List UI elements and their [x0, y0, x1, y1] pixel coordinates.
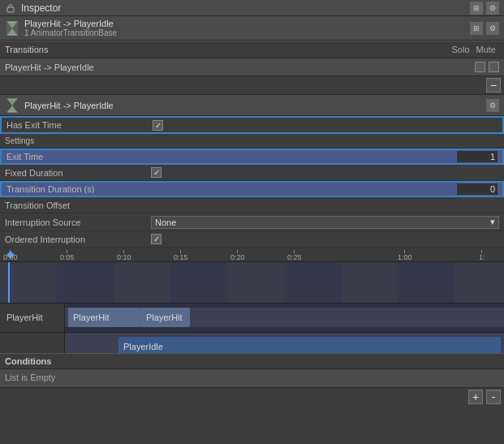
sub-header-title: PlayerHit -> PlayerIdle	[24, 19, 117, 28]
ordered-interruption-row: Ordered Interruption	[0, 231, 504, 248]
anim-bars-1: PlayerHit PlayerHit	[65, 308, 504, 327]
settings-label: Settings	[5, 136, 34, 145]
solo-label: Solo	[452, 45, 470, 54]
transition-duration-row: Transition Duration (s)	[0, 181, 504, 197]
sub-header-left: PlayerHit -> PlayerIdle 1 AnimatorTransi…	[5, 19, 117, 37]
title-bar-left: Inspector	[5, 2, 61, 14]
exit-time-label: Exit Time	[6, 152, 153, 162]
title-bar-right: ⊞ ⚙	[470, 2, 499, 15]
exit-time-input[interactable]	[457, 151, 498, 162]
sub-header-subtitle: 1 AnimatorTransitionBase	[24, 28, 117, 37]
transition-offset-row: Transition Offset	[0, 197, 504, 213]
ordered-interruption-label: Ordered Interruption	[5, 235, 151, 244]
transitions-label: Transitions	[5, 45, 452, 54]
player-hit-bar2-label: PlayerHit	[146, 313, 183, 322]
solo-checkbox[interactable]	[475, 62, 485, 72]
anim-bars-2: PlayerIdle	[65, 333, 504, 354]
interruption-source-label: Interruption Source	[5, 218, 151, 227]
timeline-animations: PlayerHit PlayerHit PlayerHit PlayerIdle	[0, 303, 504, 353]
transitions-header-cols: Transitions Solo Mute	[5, 45, 499, 54]
transition-detail-label: PlayerHit -> PlayerIdle	[24, 101, 114, 110]
ruler-0-10: 0:10	[117, 250, 131, 261]
anim-row-1: PlayerHit PlayerHit PlayerHit	[0, 304, 504, 333]
player-idle-bar[interactable]: PlayerIdle	[118, 337, 501, 353]
conditions-label: Conditions	[5, 356, 51, 366]
ruler-0-20: 0:20	[230, 250, 245, 261]
settings-header: Settings	[0, 134, 504, 149]
timeline-playhead	[8, 262, 10, 303]
remove-condition-button[interactable]: -	[486, 390, 501, 404]
minus-row: −	[0, 76, 504, 95]
has-exit-time-value	[153, 120, 498, 131]
title-bar: Inspector ⊞ ⚙	[0, 0, 504, 16]
transition-duration-input[interactable]	[457, 183, 498, 195]
ruler-0-00: 0:00	[3, 250, 18, 261]
interruption-source-value: None	[155, 218, 176, 227]
svg-marker-7	[7, 106, 17, 112]
fixed-duration-value	[151, 167, 499, 178]
ruler-0-15: 0:15	[174, 250, 188, 261]
transitions-section-header: Transitions Solo Mute	[0, 41, 504, 58]
timeline-track-area[interactable]	[0, 262, 504, 303]
interruption-source-row: Interruption Source None ▾	[0, 213, 504, 231]
transition-detail-icon	[5, 97, 19, 114]
transition-settings-icon[interactable]: ⚙	[486, 99, 499, 112]
ruler-1-00: 1:00	[398, 250, 412, 261]
transitions-header-right: Solo Mute	[452, 45, 497, 54]
anim-label-2	[0, 333, 65, 354]
conditions-empty-text: List is Empty	[5, 373, 55, 382]
ruler-1-x: 1:	[479, 250, 485, 261]
animator-icon	[5, 20, 19, 37]
player-idle-bar-label: PlayerIdle	[123, 342, 163, 351]
sub-header: PlayerHit -> PlayerIdle 1 AnimatorTransi…	[0, 16, 504, 41]
lock-icon[interactable]	[5, 2, 16, 14]
has-exit-time-row: Has Exit Time	[0, 116, 504, 134]
ruler-0-25: 0:25	[287, 250, 302, 261]
svg-rect-0	[7, 7, 14, 12]
fixed-duration-checkbox[interactable]	[151, 167, 162, 178]
interruption-source-dropdown-wrapper: None ▾	[151, 216, 499, 229]
transition-row-right	[475, 62, 499, 72]
remove-transition-button[interactable]: −	[486, 78, 501, 93]
conditions-header: Conditions	[0, 353, 504, 369]
conditions-footer: + -	[0, 387, 504, 406]
anim-label-1-text: PlayerHit	[6, 313, 43, 322]
sub-expand-icon[interactable]: ⊞	[470, 22, 483, 35]
has-exit-time-label: Has Exit Time	[6, 120, 153, 130]
ordered-interruption-checkbox[interactable]	[151, 234, 162, 244]
transition-duration-value	[153, 183, 498, 195]
sub-settings-icon[interactable]: ⚙	[486, 22, 499, 35]
ordered-interruption-value	[151, 234, 499, 244]
sub-header-right: ⊞ ⚙	[470, 22, 499, 35]
fixed-duration-label: Fixed Duration	[5, 168, 151, 178]
transition-duration-label: Transition Duration (s)	[6, 184, 153, 194]
svg-marker-6	[7, 99, 17, 106]
interruption-source-dropdown[interactable]: None ▾	[151, 216, 499, 229]
exit-time-row: Exit Time	[0, 149, 504, 165]
anim-row-2: PlayerIdle	[0, 333, 504, 354]
player-hit-bar2[interactable]: PlayerHit	[141, 308, 190, 327]
exit-time-value	[153, 151, 498, 162]
inspector-title: Inspector	[21, 2, 61, 14]
player-hit-bar1[interactable]: PlayerHit	[68, 308, 141, 327]
mute-checkbox[interactable]	[489, 62, 499, 72]
transition-row-label: PlayerHit -> PlayerIdle	[5, 63, 94, 72]
timeline-container: 0:00 0:05 0:10 0:15 0:20 0:25	[0, 248, 504, 353]
track-stripes	[0, 262, 504, 303]
timeline-ruler: 0:00 0:05 0:10 0:15 0:20 0:25	[0, 248, 504, 262]
transition-row[interactable]: PlayerHit -> PlayerIdle	[0, 58, 504, 76]
fixed-duration-row: Fixed Duration	[0, 165, 504, 181]
sub-header-titles: PlayerHit -> PlayerIdle 1 AnimatorTransi…	[24, 19, 117, 37]
has-exit-time-checkbox[interactable]	[153, 120, 163, 131]
expand-icon[interactable]: ⊞	[470, 2, 483, 15]
dropdown-arrow-icon: ▾	[490, 217, 495, 227]
player-hit-bar1-label: PlayerHit	[73, 313, 110, 322]
anim-label-1: PlayerHit	[0, 304, 65, 332]
conditions-body: List is Empty	[0, 369, 504, 387]
settings-icon[interactable]: ⚙	[486, 2, 499, 15]
transition-offset-label: Transition Offset	[5, 200, 151, 210]
transition-detail-header: PlayerHit -> PlayerIdle ⚙	[0, 95, 504, 116]
ruler-0-05: 0:05	[60, 250, 75, 261]
add-condition-button[interactable]: +	[468, 390, 483, 404]
mute-label: Mute	[476, 45, 496, 54]
